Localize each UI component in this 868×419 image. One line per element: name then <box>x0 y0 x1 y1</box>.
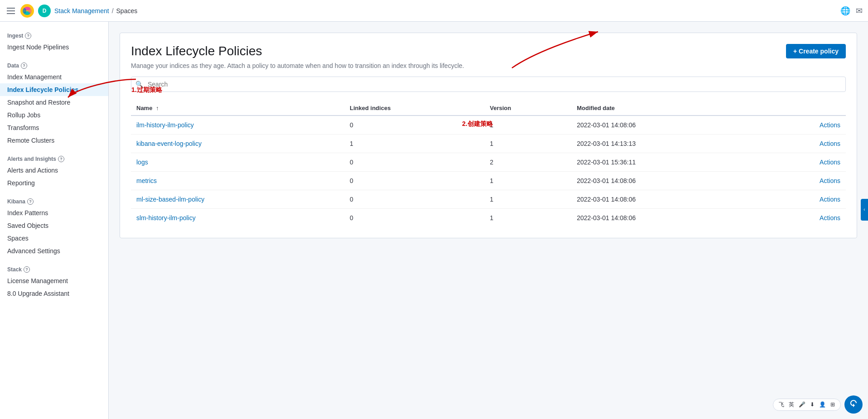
policy-name-cell[interactable]: logs <box>131 153 344 172</box>
actions-cell[interactable]: Actions <box>760 190 846 209</box>
version-cell: 1 <box>484 116 571 135</box>
top-nav: D Stack Management / Spaces 🌐 ✉ <box>0 0 868 22</box>
policy-name-cell[interactable]: metrics <box>131 172 344 190</box>
breadcrumb: Stack Management / Spaces <box>54 7 137 14</box>
sidebar: Ingest?Ingest Node PipelinesData?Index M… <box>0 22 109 419</box>
top-nav-right: 🌐 ✉ <box>840 6 863 16</box>
help-icon[interactable]: ? <box>27 198 34 205</box>
modified-date-cell: 2022-03-01 14:08:06 <box>571 172 760 190</box>
sidebar-item-index-management[interactable]: Index Management <box>0 71 108 83</box>
sidebar-item-saved-objects[interactable]: Saved Objects <box>0 219 108 232</box>
sidebar-item-upgrade-assistant[interactable]: 8.0 Upgrade Assistant <box>0 287 108 300</box>
sidebar-section-alerts-and-insights: Alerts and Insights? <box>0 152 108 164</box>
table-row: kibana-event-log-policy 1 1 2022-03-01 1… <box>131 135 846 153</box>
breadcrumb-sep: / <box>112 7 114 14</box>
actions-cell[interactable]: Actions <box>760 153 846 172</box>
col-actions-header <box>760 101 846 116</box>
main-layout: Ingest?Ingest Node PipelinesData?Index M… <box>0 22 868 419</box>
grid-icon[interactable]: ⊞ <box>830 401 835 408</box>
page-header: Index Lifecycle Policies Manage your ind… <box>131 44 846 69</box>
breadcrumb-parent[interactable]: Stack Management <box>54 7 109 14</box>
linked-indices-cell: 0 <box>344 153 484 172</box>
table-header: Name ↑ Linked indices Version Modified d… <box>131 101 846 116</box>
search-input[interactable] <box>131 77 846 92</box>
table-row: ilm-history-ilm-policy 0 1 2022-03-01 14… <box>131 116 846 135</box>
col-modified-date: Modified date <box>571 101 760 116</box>
breadcrumb-current: Spaces <box>116 7 138 14</box>
help-icon[interactable]: ? <box>25 33 31 39</box>
svg-rect-2 <box>7 13 15 14</box>
policy-name-cell[interactable]: slm-history-ilm-policy <box>131 209 344 227</box>
actions-cell[interactable]: Actions <box>760 209 846 227</box>
sidebar-spacer <box>0 257 108 263</box>
download-icon[interactable]: ⬇ <box>810 401 815 408</box>
content-area: Index Lifecycle Policies Manage your ind… <box>109 22 868 419</box>
help-fab[interactable] <box>844 395 863 414</box>
table-row: ml-size-based-ilm-policy 0 1 2022-03-01 … <box>131 190 846 209</box>
svg-rect-0 <box>7 8 15 9</box>
version-cell: 1 <box>484 209 571 227</box>
col-linked-indices: Linked indices <box>344 101 484 116</box>
sidebar-item-remote-clusters[interactable]: Remote Clusters <box>0 134 108 147</box>
linked-indices-cell: 0 <box>344 116 484 135</box>
svg-rect-1 <box>7 10 15 11</box>
sidebar-item-rollup-jobs[interactable]: Rollup Jobs <box>0 109 108 121</box>
mail-icon[interactable]: ✉ <box>856 6 863 16</box>
sidebar-spacer <box>0 189 108 195</box>
sidebar-item-license-management[interactable]: License Management <box>0 275 108 287</box>
linked-indices-cell: 1 <box>344 135 484 153</box>
mic-icon[interactable]: 🎤 <box>799 401 805 408</box>
modified-date-cell: 2022-03-01 14:08:06 <box>571 116 760 135</box>
table-body: ilm-history-ilm-policy 0 1 2022-03-01 14… <box>131 116 846 227</box>
table-row: metrics 0 1 2022-03-01 14:08:06 Actions <box>131 172 846 190</box>
policy-name-cell[interactable]: ilm-history-ilm-policy <box>131 116 344 135</box>
help-icon[interactable]: ? <box>58 156 64 162</box>
policy-name-cell[interactable]: kibana-event-log-policy <box>131 135 344 153</box>
sidebar-item-alerts-actions[interactable]: Alerts and Actions <box>0 164 108 177</box>
sidebar-spacer <box>0 147 108 152</box>
page-title: Index Lifecycle Policies <box>131 44 464 58</box>
svg-point-7 <box>28 8 32 14</box>
sidebar-section-stack: Stack? <box>0 263 108 275</box>
sidebar-item-transforms[interactable]: Transforms <box>0 121 108 134</box>
page-header-text: Index Lifecycle Policies Manage your ind… <box>131 44 464 69</box>
sidebar-item-snapshot-restore[interactable]: Snapshot and Restore <box>0 96 108 109</box>
sidebar-collapse-button[interactable]: ‹ <box>861 199 868 221</box>
user-icon[interactable]: 👤 <box>819 401 826 408</box>
elastic-logo <box>20 4 34 18</box>
version-cell: 2 <box>484 153 571 172</box>
sidebar-item-reporting[interactable]: Reporting <box>0 177 108 189</box>
actions-cell[interactable]: Actions <box>760 172 846 190</box>
table-row: slm-history-ilm-policy 0 1 2022-03-01 14… <box>131 209 846 227</box>
help-icon[interactable]: ? <box>24 266 30 273</box>
user-avatar[interactable]: D <box>38 5 51 17</box>
bottom-toolbar: 飞 英 🎤 ⬇ 👤 ⊞ <box>773 399 841 411</box>
version-cell: 1 <box>484 135 571 153</box>
modified-date-cell: 2022-03-01 14:08:06 <box>571 209 760 227</box>
sidebar-item-index-patterns[interactable]: Index Patterns <box>0 207 108 219</box>
sidebar-section-data: Data? <box>0 59 108 71</box>
svg-point-6 <box>23 8 26 14</box>
svg-point-3 <box>20 4 34 18</box>
search-icon: 🔍 <box>135 81 143 88</box>
policies-table: Name ↑ Linked indices Version Modified d… <box>131 101 846 227</box>
sidebar-item-advanced-settings[interactable]: Advanced Settings <box>0 245 108 257</box>
globe-icon[interactable]: 🌐 <box>840 6 850 16</box>
sidebar-spacer <box>0 53 108 59</box>
col-name[interactable]: Name ↑ <box>131 101 344 116</box>
actions-cell[interactable]: Actions <box>760 135 846 153</box>
create-policy-button[interactable]: + Create policy <box>786 44 846 58</box>
sidebar-spacer <box>0 300 108 305</box>
lang-en[interactable]: 英 <box>789 401 794 409</box>
actions-cell[interactable]: Actions <box>760 116 846 135</box>
help-icon[interactable]: ? <box>21 63 27 69</box>
hamburger-menu[interactable] <box>5 5 16 16</box>
sidebar-item-index-lifecycle-policies[interactable]: Index Lifecycle Policies <box>0 83 108 96</box>
modified-date-cell: 2022-03-01 15:36:11 <box>571 153 760 172</box>
sidebar-item-spaces[interactable]: Spaces <box>0 232 108 245</box>
version-cell: 1 <box>484 190 571 209</box>
search-bar: 🔍 <box>131 77 846 92</box>
policy-name-cell[interactable]: ml-size-based-ilm-policy <box>131 190 344 209</box>
sidebar-item-ingest-node-pipelines[interactable]: Ingest Node Pipelines <box>0 41 108 53</box>
lang-switch[interactable]: 飞 <box>779 401 784 409</box>
